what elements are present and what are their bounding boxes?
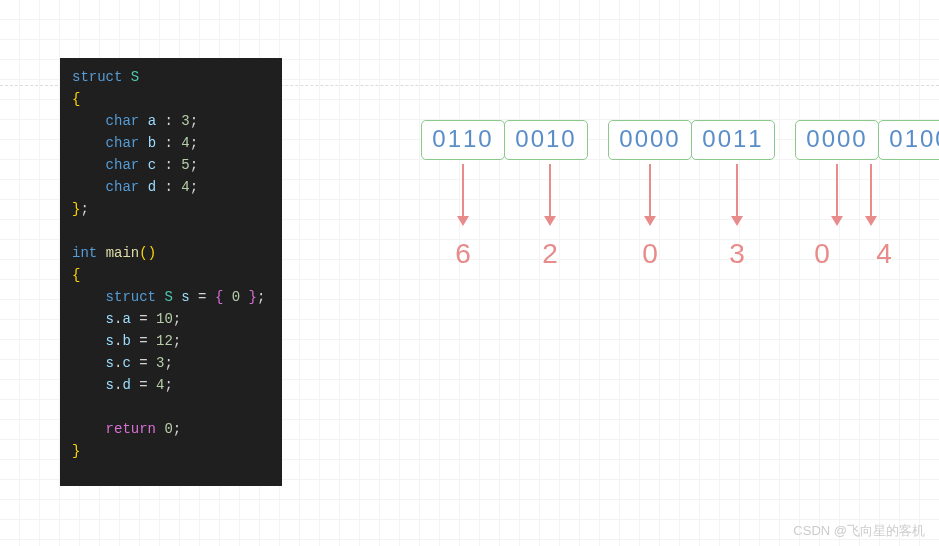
bits-b: 4	[181, 135, 189, 151]
byte-box-3: 0000 0100	[795, 120, 939, 160]
hex-label-6: 4	[876, 238, 892, 270]
nibble-3-hi: 0000	[795, 120, 879, 160]
field-d: d	[148, 179, 156, 195]
arrow-icon	[462, 164, 464, 224]
assign-b: 12	[156, 333, 173, 349]
arrow-icon	[649, 164, 651, 224]
watermark-text: CSDN @飞向星的客机	[793, 522, 925, 540]
hex-label-2: 2	[542, 238, 558, 270]
hex-label-1: 6	[455, 238, 471, 270]
kw-int: int	[72, 245, 97, 261]
field-c: c	[148, 157, 156, 173]
byte-box-1: 0110 0010	[421, 120, 588, 160]
hex-label-3: 0	[642, 238, 658, 270]
arrow-icon	[549, 164, 551, 224]
kw-char: char	[106, 113, 140, 129]
bits-c: 5	[181, 157, 189, 173]
nibble-3-lo: 0100	[878, 120, 939, 160]
kw-char: char	[106, 157, 140, 173]
bits-a: 3	[181, 113, 189, 129]
hex-label-5: 0	[814, 238, 830, 270]
byte-box-2: 0000 0011	[608, 120, 775, 160]
hex-label-4: 3	[729, 238, 745, 270]
field-a: a	[148, 113, 156, 129]
var-s: s	[181, 289, 189, 305]
arrow-icon	[736, 164, 738, 224]
nibble-1-hi: 0110	[421, 120, 505, 160]
brace-open: {	[72, 267, 80, 283]
type-name: S	[131, 69, 139, 85]
arrow-icon	[836, 164, 838, 224]
bits-d: 4	[181, 179, 189, 195]
brace-close: }	[72, 443, 80, 459]
arrow-icon	[870, 164, 872, 224]
field-b: b	[148, 135, 156, 151]
brace-open: {	[72, 91, 80, 107]
fn-main: main	[106, 245, 140, 261]
nibble-2-hi: 0000	[608, 120, 692, 160]
kw-char: char	[106, 179, 140, 195]
kw-return: return	[106, 421, 156, 437]
nibble-2-lo: 0011	[691, 120, 775, 160]
assign-a: 10	[156, 311, 173, 327]
code-editor-panel: struct S { char a : 3; char b : 4; char …	[60, 58, 282, 486]
kw-char: char	[106, 135, 140, 151]
nibble-1-lo: 0010	[504, 120, 588, 160]
kw-struct: struct	[72, 69, 122, 85]
